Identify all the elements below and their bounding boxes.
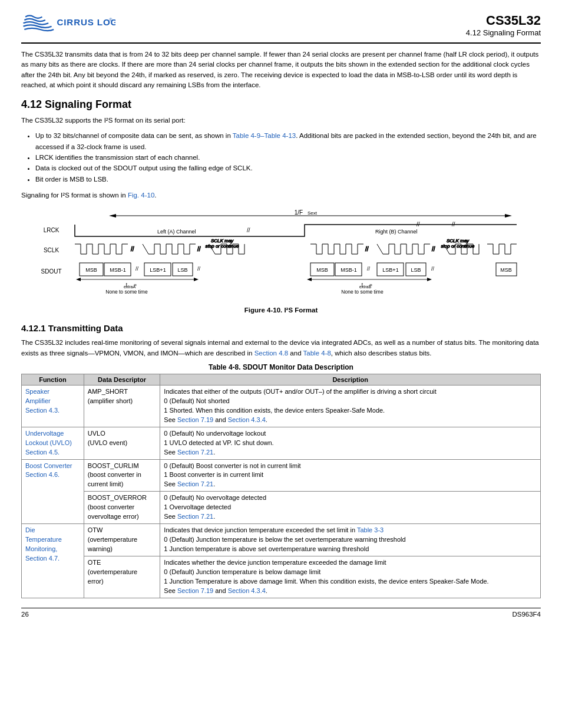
- svg-text:SCLK may: SCLK may: [211, 238, 234, 243]
- intro-paragraph: The CS35L32 transmits data that is from …: [21, 50, 541, 90]
- link-7-21-boost[interactable]: Section 7.21: [177, 480, 213, 487]
- col-header-function: Function: [22, 374, 84, 385]
- link-7-21-uvlo[interactable]: Section 7.21: [177, 449, 213, 456]
- section-412-heading: 4.12 Signaling Format: [21, 98, 541, 111]
- function-cell-die-temp: DieTemperatureMonitoring,Section 4.7.: [22, 524, 84, 598]
- bullet-4: Bit order is MSB to LSB.: [35, 174, 541, 185]
- boost-link[interactable]: Boost ConverterSection 4.6.: [25, 462, 72, 479]
- svg-text:LSB: LSB: [177, 267, 187, 273]
- svg-text:MSB: MSB: [316, 267, 328, 273]
- svg-text:LSB: LSB: [411, 267, 421, 273]
- descriptor-cell-boost-overror: BOOST_OVERROR(boost converterovervoltage…: [84, 492, 160, 524]
- svg-marker-54: [427, 278, 432, 281]
- page-number: 26: [21, 611, 29, 618]
- svg-text://: //: [367, 266, 371, 272]
- svg-text:SDOUT: SDOUT: [41, 268, 62, 275]
- svg-marker-4: [505, 214, 512, 218]
- description-cell-boost-curlim: 0 (Default) Boost converter is not in cu…: [160, 459, 541, 492]
- col-header-description: Description: [160, 374, 541, 385]
- fig-ref-text: Signaling for I²S format is shown in Fig…: [21, 190, 541, 200]
- table-48-link[interactable]: Table 4-8: [303, 350, 331, 357]
- svg-text:=: =: [134, 282, 137, 288]
- page-footer: 26 DS963F4: [21, 608, 541, 618]
- table-row: DieTemperatureMonitoring,Section 4.7. OT…: [22, 524, 541, 556]
- svg-text:stop or continue: stop or continue: [441, 243, 475, 249]
- svg-text:MSB-1: MSB-1: [340, 267, 357, 273]
- table-row: SpeakerAmplifierSection 4.3. AMP_SHORT(a…: [22, 385, 541, 427]
- svg-text:Right (B) Channel: Right (B) Channel: [375, 229, 418, 235]
- table-row: UndervoltageLockout (UVLO)Section 4.5. U…: [22, 427, 541, 459]
- svg-text:Left (A) Channel: Left (A) Channel: [157, 229, 196, 235]
- logo-area: CIRRUS LOGIC ®: [21, 11, 115, 39]
- link-table-3-3[interactable]: Table 3-3: [357, 526, 384, 533]
- waveform-diagram: 1/F Sext LRCK Left (A) Channel Right (B)…: [39, 210, 523, 301]
- description-cell-uvlo: 0 (Default) No undervoltage lockout 1 UV…: [160, 427, 541, 459]
- col-header-descriptor: Data Descriptor: [84, 374, 160, 385]
- speaker-link[interactable]: SpeakerAmplifierSection 4.3.: [25, 388, 59, 414]
- cirrus-logic-logo: CIRRUS LOGIC ®: [21, 11, 115, 39]
- description-cell-otw: Indicates that device junction temperatu…: [160, 524, 541, 556]
- table-row: Boost ConverterSection 4.6. BOOST_CURLIM…: [22, 459, 541, 492]
- svg-text:MSB: MSB: [500, 267, 512, 273]
- svg-text:Sext: Sext: [308, 210, 318, 216]
- link-7-21-ovr[interactable]: Section 7.21: [177, 513, 213, 520]
- svg-text:None to some time: None to some time: [341, 289, 384, 295]
- table-title: Table 4-8. SDOUT Monitor Data Descriptio…: [21, 363, 541, 371]
- fig-410-link[interactable]: Fig. 4-10: [128, 192, 154, 199]
- svg-text:®: ®: [109, 18, 113, 22]
- svg-text:None to some time: None to some time: [105, 289, 148, 295]
- svg-text://: //: [197, 246, 201, 252]
- descriptor-cell-boost-curlim: BOOST_CURLIM(boost converter incurrent l…: [84, 459, 160, 492]
- figure-410-container: 1/F Sext LRCK Left (A) Channel Right (B)…: [21, 210, 541, 314]
- description-cell-ote: Indicates whether the device junction te…: [160, 556, 541, 598]
- svg-text://: //: [197, 266, 201, 272]
- svg-text://: //: [416, 221, 420, 228]
- svg-text:LSB+1: LSB+1: [382, 267, 398, 273]
- link-4-3-4-ote[interactable]: Section 4.3.4: [228, 587, 266, 594]
- section-4121-intro: The CS35L32 includes real-time monitorin…: [21, 338, 541, 358]
- svg-marker-53: [307, 278, 312, 281]
- table-link-49-413[interactable]: Table 4-9–Table 4-13: [233, 132, 296, 139]
- svg-text:MSB: MSB: [85, 267, 97, 273]
- svg-text:SCLK may: SCLK may: [447, 238, 470, 243]
- header-section-title: 4.12 Signaling Format: [466, 28, 541, 37]
- description-cell-boost-overror: 0 (Default) No overvoltage detected 1 Ov…: [160, 492, 541, 524]
- bullet-3: Data is clocked out of the SDOUT output …: [35, 163, 541, 173]
- svg-text://: //: [452, 221, 455, 228]
- descriptor-cell-uvlo: UVLO(UVLO event): [84, 427, 160, 459]
- svg-text:LSB+1: LSB+1: [150, 267, 166, 273]
- section-412-intro: The CS35L32 supports the I²S format on i…: [21, 116, 541, 126]
- svg-text://: //: [247, 227, 250, 233]
- uvlo-link[interactable]: UndervoltageLockout (UVLO)Section 4.5.: [25, 430, 72, 456]
- function-cell-boost: Boost ConverterSection 4.6.: [22, 459, 84, 524]
- function-cell-uvlo: UndervoltageLockout (UVLO)Section 4.5.: [22, 427, 84, 459]
- function-cell-speaker: SpeakerAmplifierSection 4.3.: [22, 385, 84, 427]
- chip-name: CS35L32: [466, 13, 541, 28]
- sdout-monitor-table: Function Data Descriptor Description Spe…: [21, 374, 541, 598]
- svg-text://: //: [135, 266, 139, 272]
- svg-marker-46: [76, 278, 81, 281]
- svg-text:SCLK: SCLK: [44, 247, 59, 253]
- svg-text://: //: [131, 246, 134, 252]
- svg-text://: //: [432, 246, 435, 252]
- link-4-3-4[interactable]: Section 4.3.4: [228, 416, 266, 423]
- section-48-link[interactable]: Section 4.8: [254, 350, 289, 357]
- page: CIRRUS LOGIC ® CS35L32 4.12 Signaling Fo…: [0, 0, 562, 728]
- table-row: OTE(overtemperatureerror) Indicates whet…: [22, 556, 541, 598]
- table-row: BOOST_OVERROR(boost converterovervoltage…: [22, 492, 541, 524]
- descriptor-cell-ote: OTE(overtemperatureerror): [84, 556, 160, 598]
- svg-text:1/F: 1/F: [295, 210, 303, 216]
- description-cell-amp-short: Indicates that either of the outputs (OU…: [160, 385, 541, 427]
- bullet-2: LRCK identifies the transmission start o…: [35, 152, 541, 163]
- svg-text:CIRRUS LOGIC: CIRRUS LOGIC: [57, 17, 115, 27]
- svg-text:stop or continue: stop or continue: [206, 243, 239, 249]
- svg-text:LRCK: LRCK: [44, 227, 59, 233]
- link-7-19-ote[interactable]: Section 7.19: [177, 587, 213, 594]
- svg-text://: //: [431, 266, 435, 272]
- descriptor-cell-amp-short: AMP_SHORT(amplifier short): [84, 385, 160, 427]
- link-7-19[interactable]: Section 7.19: [177, 416, 213, 423]
- page-header: CIRRUS LOGIC ® CS35L32 4.12 Signaling Fo…: [21, 11, 541, 44]
- die-temp-link[interactable]: DieTemperatureMonitoring,Section 4.7.: [25, 526, 62, 562]
- bullet-list: Up to 32 bits/channel of composite data …: [35, 130, 541, 185]
- figure-caption: Figure 4-10. I²S Format: [21, 307, 541, 314]
